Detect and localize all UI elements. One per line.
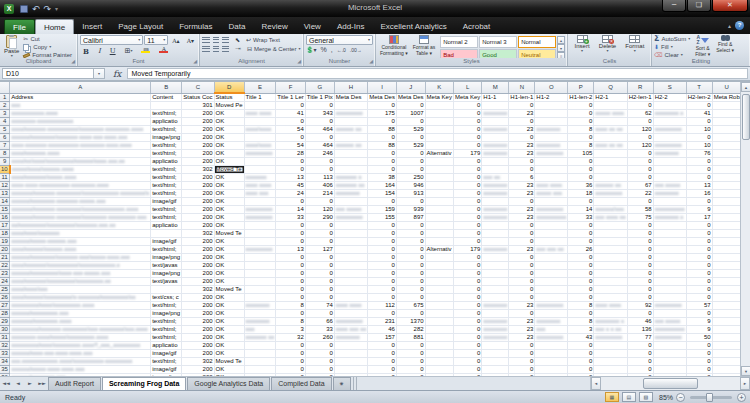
cell-T25[interactable]: 0	[686, 286, 712, 294]
cell-K31[interactable]	[425, 334, 453, 342]
cell-P7[interactable]: 8	[568, 142, 594, 150]
cell-G18[interactable]: 0	[305, 230, 334, 238]
cell-I12[interactable]: 164	[368, 182, 397, 190]
cell-N19[interactable]: 0	[509, 238, 535, 246]
cell-J34[interactable]: 0	[396, 358, 425, 366]
cell-L10[interactable]: 0	[453, 166, 481, 174]
cell-E17[interactable]	[244, 222, 276, 230]
cell-L26[interactable]: 0	[453, 294, 481, 302]
cell-S7[interactable]: xxxxxxxxx	[653, 142, 686, 150]
cell-N7[interactable]: 23	[509, 142, 535, 150]
cell-B21[interactable]: image/png	[151, 254, 182, 262]
cell-E7[interactable]: xxxx/xxxx	[244, 142, 276, 150]
cell-I6[interactable]: 0	[368, 134, 397, 142]
cell-L2[interactable]: 0	[453, 102, 481, 110]
row-header-3[interactable]: 3	[0, 110, 10, 118]
fill-color-button[interactable]: ▨	[138, 46, 153, 56]
cell-S9[interactable]	[653, 158, 686, 166]
cell-D6[interactable]: OK	[214, 134, 244, 142]
cell-J18[interactable]: 0	[396, 230, 425, 238]
cell-E10[interactable]	[244, 166, 276, 174]
cell-E12[interactable]: xxxx xxxx	[244, 182, 276, 190]
cell-L8[interactable]: 179	[453, 150, 481, 158]
cell-J29[interactable]: 1370	[396, 318, 425, 326]
cell-T3[interactable]: 41	[686, 110, 712, 118]
gallery-up-icon[interactable]: ▴	[557, 36, 565, 44]
font-color-button[interactable]: A	[156, 46, 171, 56]
cell-K12[interactable]	[425, 182, 453, 190]
cell-Q28[interactable]	[594, 310, 627, 318]
cell-H14[interactable]	[334, 198, 367, 206]
cell-D27[interactable]: OK	[214, 302, 244, 310]
cell-M12[interactable]: xxxxxxxx	[482, 182, 509, 190]
cell-U5[interactable]	[712, 126, 740, 134]
cell-D23[interactable]: OK	[214, 270, 244, 278]
cell-C13[interactable]: 200	[182, 190, 214, 198]
cell-A31[interactable]: xxxxxxxx-xxxx/xxxxx/xxxxxxxxx.xxxx	[10, 334, 151, 342]
cell-Q31[interactable]: xxxxxxxxx	[594, 334, 627, 342]
cell-B11[interactable]: text/html;	[151, 174, 182, 182]
cell-O4[interactable]	[535, 118, 568, 126]
cell-T4[interactable]: 0	[686, 118, 712, 126]
cell-N6[interactable]: 0	[509, 134, 535, 142]
cell-I5[interactable]: 88	[368, 126, 397, 134]
cell-P17[interactable]: 0	[568, 222, 594, 230]
cell-L3[interactable]: 0	[453, 110, 481, 118]
cell-B5[interactable]: text/html;	[151, 126, 182, 134]
cell-N11[interactable]: 6	[509, 174, 535, 182]
row-header-23[interactable]: 23	[0, 270, 10, 278]
cell-K3[interactable]	[425, 110, 453, 118]
cell-I18[interactable]: 0	[368, 230, 397, 238]
cell-D29[interactable]: OK	[214, 318, 244, 326]
cell-I19[interactable]: 0	[368, 238, 397, 246]
cell-N20[interactable]: 23	[509, 246, 535, 254]
cell-N26[interactable]: 0	[509, 294, 535, 302]
cell-K29[interactable]	[425, 318, 453, 326]
cell-F5[interactable]: 54	[276, 126, 305, 134]
cell-C22[interactable]: 200	[182, 262, 214, 270]
cell-Q17[interactable]	[594, 222, 627, 230]
cell-P1[interactable]: H1-len-2	[568, 93, 594, 102]
column-header-M[interactable]: M	[482, 82, 509, 93]
cell-P20[interactable]: 26	[568, 246, 594, 254]
cell-J5[interactable]: 529	[396, 126, 425, 134]
cell-G4[interactable]: 0	[305, 118, 334, 126]
cell-N5[interactable]: 23	[509, 126, 535, 134]
cell-O24[interactable]	[535, 278, 568, 286]
cell-G3[interactable]: 343	[305, 110, 334, 118]
cell-F24[interactable]: 0	[276, 278, 305, 286]
cell-B13[interactable]: text/html;	[151, 190, 182, 198]
cell-D26[interactable]: OK	[214, 294, 244, 302]
cell-A29[interactable]: xxxxxxx/xxxxxxxx.xxxx	[10, 318, 151, 326]
cell-P26[interactable]: 0	[568, 294, 594, 302]
cell-I3[interactable]: 175	[368, 110, 397, 118]
cell-T11[interactable]: 0	[686, 174, 712, 182]
cell-M15[interactable]: xxxxxxxx	[482, 206, 509, 214]
cell-K15[interactable]	[425, 206, 453, 214]
cell-E21[interactable]	[244, 254, 276, 262]
gallery-down-icon[interactable]: ▾	[557, 44, 565, 52]
cell-K26[interactable]	[425, 294, 453, 302]
cell-F14[interactable]: 0	[276, 198, 305, 206]
cell-E9[interactable]	[244, 158, 276, 166]
cell-I17[interactable]: 0	[368, 222, 397, 230]
cell-N14[interactable]: 0	[509, 198, 535, 206]
cell-K33[interactable]	[425, 350, 453, 358]
cell-H26[interactable]	[334, 294, 367, 302]
cell-T28[interactable]: 0	[686, 310, 712, 318]
cell-N29[interactable]: 23	[509, 318, 535, 326]
cell-U22[interactable]	[712, 262, 740, 270]
ribbon-tab-home[interactable]: Home	[35, 19, 74, 34]
cell-K18[interactable]	[425, 230, 453, 238]
cell-Q29[interactable]: xxxxxxxx x	[594, 318, 627, 326]
cell-D8[interactable]: OK	[214, 150, 244, 158]
row-header-27[interactable]: 27	[0, 302, 10, 310]
cell-U31[interactable]	[712, 334, 740, 342]
column-header-A[interactable]: A	[10, 82, 151, 93]
cell-D10[interactable]: Moved Te	[214, 166, 244, 174]
cell-M22[interactable]	[482, 262, 509, 270]
cell-A25[interactable]: xxxx/xxxx/xxx	[10, 286, 151, 294]
cell-J14[interactable]: 0	[396, 198, 425, 206]
cell-O28[interactable]	[535, 310, 568, 318]
row-header-17[interactable]: 17	[0, 222, 10, 230]
